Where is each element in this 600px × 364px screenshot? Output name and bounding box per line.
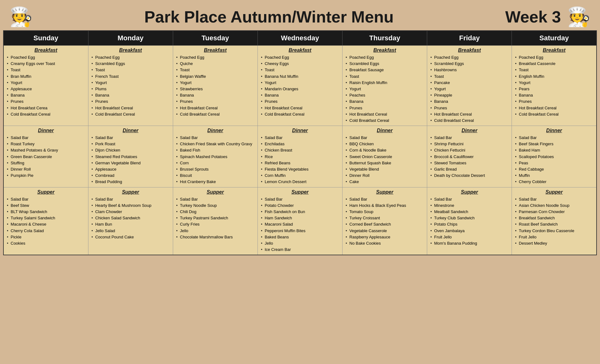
list-item: Banana: [6, 92, 86, 98]
list-item: Prunes: [91, 98, 170, 105]
list-item: Dinner Roll: [345, 172, 424, 179]
menu-table: Sunday Monday Tuesday Wednesday Thursday…: [3, 30, 597, 255]
list-item: Cookies: [6, 240, 86, 247]
list-item: German Vegetable Blend: [91, 160, 170, 166]
list-item: Banana Nut Muffin: [260, 73, 340, 80]
meal-list-supper-friday: Salad BarMinestroneMeatball SandwichTurk…: [430, 196, 509, 247]
meal-list-dinner-saturday: Salad BarBeef Steak FingersBaked HamScal…: [514, 135, 594, 185]
list-item: Toast: [260, 67, 340, 73]
list-item: Applesauce: [6, 86, 86, 92]
list-item: Baked Beans: [260, 234, 340, 240]
list-item: Prunes: [430, 105, 509, 111]
meal-list-breakfast-thursday: Poached EggScrambled EggsBreakfast Sausa…: [345, 54, 424, 124]
list-item: Jello Salad: [91, 228, 170, 234]
list-item: Salad Bar: [91, 196, 170, 202]
meal-list-supper-saturday: Salad BarAsian Chicken Noodle SoupParmes…: [514, 196, 594, 247]
list-item: Shrimp Fettucini: [430, 141, 509, 147]
list-item: Cheesy Eggs: [260, 61, 340, 67]
list-item: Cake: [345, 179, 424, 185]
list-item: Coconut Pound Cake: [91, 234, 170, 240]
list-item: Pears: [514, 86, 594, 92]
meal-list-dinner-friday: Salad BarShrimp FettuciniChicken Fettuci…: [430, 135, 509, 179]
list-item: Salad Bar: [260, 196, 340, 202]
list-item: Asian Chicken Noodle Soup: [514, 202, 594, 209]
list-item: Mom's Banana Pudding: [430, 240, 509, 247]
meal-title-breakfast-thursday: Breakfast: [345, 47, 424, 53]
list-item: Turkey Noodle Soup: [176, 202, 255, 209]
list-item: Clam Chowder: [91, 209, 170, 215]
cell-dinner-wednesday: DinnerSalad BarEnchiladasChicken BreastR…: [258, 126, 342, 187]
list-item: Cold Breakfast Cereal: [514, 111, 594, 117]
meal-list-breakfast-saturday: Poached EggBreakfast CasseroleToastEngli…: [514, 54, 594, 117]
cell-breakfast-wednesday: BreakfastPoached EggCheesy EggsToastBana…: [258, 46, 342, 126]
meal-list-supper-thursday: Salad BarHam Hocks & Black Eyed PeasToma…: [345, 196, 424, 247]
list-item: Garlic Bread: [430, 166, 509, 172]
meal-title-dinner-wednesday: Dinner: [260, 128, 340, 133]
meal-title-dinner-thursday: Dinner: [345, 128, 424, 133]
meal-title-breakfast-monday: Breakfast: [91, 47, 170, 53]
meal-list-breakfast-monday: Poached EggScrambled EggsToastFrench Toa…: [91, 54, 170, 117]
list-item: Muffin: [514, 172, 594, 179]
list-item: Ham Sandwich: [260, 215, 340, 221]
list-item: Pumpkin Pie: [6, 172, 86, 179]
cell-breakfast-thursday: BreakfastPoached EggScrambled EggsBreakf…: [342, 46, 427, 126]
list-item: Pineapple: [430, 92, 509, 98]
list-item: Poached Egg: [6, 54, 86, 61]
list-item: Lemon Crunch Dessert: [260, 179, 340, 185]
col-saturday: Saturday: [512, 31, 597, 46]
list-item: Salad Bar: [345, 135, 424, 141]
list-item: Salad Bar: [260, 135, 340, 141]
meal-title-dinner-sunday: Dinner: [6, 128, 86, 133]
meal-title-supper-wednesday: Supper: [260, 189, 340, 195]
list-item: Cherry Cola Salad: [6, 228, 86, 234]
list-item: Banana: [514, 92, 594, 98]
list-item: Cornbread: [91, 172, 170, 179]
list-item: Banana: [345, 98, 424, 105]
meal-title-supper-friday: Supper: [430, 189, 509, 195]
list-item: Yogurt: [260, 80, 340, 86]
list-item: Toast: [91, 67, 170, 73]
cell-supper-saturday: SupperSalad BarAsian Chicken Noodle Soup…: [512, 187, 597, 255]
cell-breakfast-monday: BreakfastPoached EggScrambled EggsToastF…: [88, 46, 173, 126]
list-item: Chicken Salad Sandwich: [91, 215, 170, 221]
cell-supper-monday: SupperSalad BarHearty Beef & Mushroom So…: [88, 187, 173, 255]
list-item: Corn Muffin: [260, 172, 340, 179]
list-item: Breakfast Sausage: [345, 67, 424, 73]
header: 🧑‍🍳 Park Place Autumn/Winter Menu Week 3…: [3, 3, 597, 30]
list-item: Fruit Jello: [430, 234, 509, 240]
list-item: Cold Breakfast Cereal: [260, 111, 340, 117]
list-item: Yogurt: [430, 86, 509, 92]
cell-dinner-tuesday: DinnerSalad BarChicken Fried Steak with …: [173, 126, 258, 187]
cell-supper-tuesday: SupperSalad BarTurkey Noodle SoupChili D…: [173, 187, 258, 255]
list-item: Cherry Cobbler: [514, 179, 594, 185]
chef-icon-left: 🧑‍🍳: [9, 6, 33, 28]
list-item: Roast Turkey: [6, 141, 86, 147]
list-item: BBQ Chicken: [345, 141, 424, 147]
list-item: Poached Egg: [514, 54, 594, 61]
list-item: Dijon Chicken: [91, 147, 170, 153]
col-thursday: Thursday: [342, 31, 427, 46]
list-item: Banana: [91, 92, 170, 98]
meal-title-supper-sunday: Supper: [6, 189, 86, 195]
list-item: Chili Dog: [176, 209, 255, 215]
list-item: Toast: [176, 67, 255, 73]
list-item: Poached Egg: [345, 54, 424, 61]
list-item: BLT Wrap Sandwich: [6, 209, 86, 215]
list-item: Dinner Roll: [6, 166, 86, 172]
list-item: Chicken Fried Steak with Country Gravy: [176, 141, 255, 147]
list-item: Peas: [514, 160, 594, 166]
list-item: Brussel Sprouts: [176, 166, 255, 172]
chef-icon-right: 🧑‍🍳: [567, 6, 591, 28]
list-item: Biscuit: [176, 172, 255, 179]
week-label: Week 3: [505, 7, 561, 26]
list-item: Raisin English Muffin: [345, 80, 424, 86]
meal-list-breakfast-friday: Poached EggScrambled EggsHashbrownsToast…: [430, 54, 509, 124]
list-item: French Toast: [91, 73, 170, 80]
list-item: Scrambled Eggs: [91, 61, 170, 67]
list-item: Refried Beans: [260, 160, 340, 166]
meal-title-dinner-monday: Dinner: [91, 128, 170, 133]
meal-title-breakfast-sunday: Breakfast: [6, 47, 86, 53]
meal-list-supper-sunday: Salad BarBeef StewBLT Wrap SandwichTurke…: [6, 196, 86, 247]
list-item: Broccoli & Cauliflower: [430, 154, 509, 160]
list-item: Cold Breakfast Cereal: [345, 117, 424, 124]
